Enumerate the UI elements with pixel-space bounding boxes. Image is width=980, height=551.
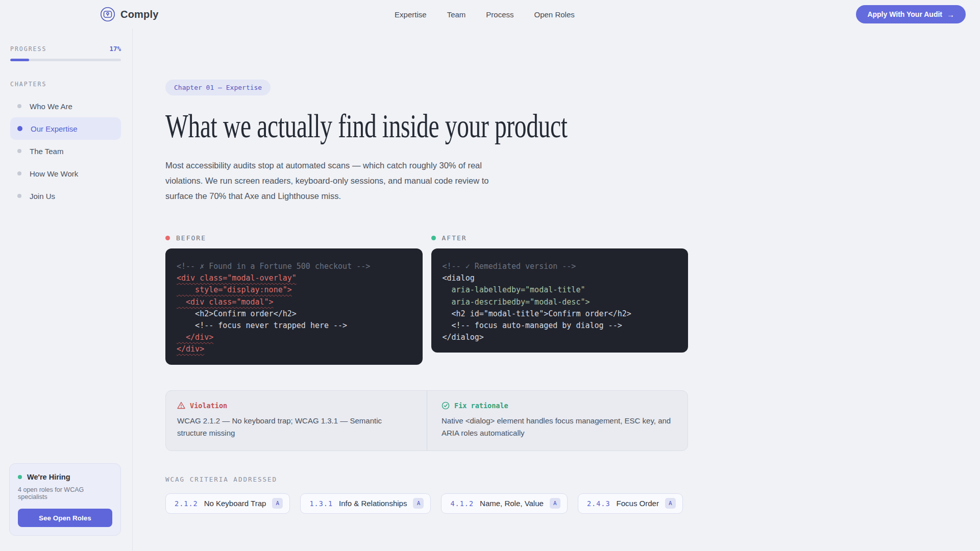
progress-bar-fill [10,59,29,61]
top-header: Comply Expertise Team Process Open Roles… [0,0,980,29]
warning-triangle-icon [177,402,185,409]
code-line: <h2>Confirm order</h2> [177,308,411,320]
criterion-name: Focus Order [617,499,659,508]
sidebar-item-the-team[interactable]: The Team [10,140,121,162]
main-content: Chapter 01 — Expertise What we actually … [133,29,980,551]
level-badge: A [272,498,283,509]
code-line: aria-labelledby="modal-title" [443,284,677,296]
chapter-label: Join Us [30,192,55,201]
apply-with-audit-button[interactable]: Apply With Your Audit → [856,5,966,23]
violation-body: WCAG 2.1.2 — No keyboard trap; WCAG 1.3.… [177,415,412,439]
before-label: BEFORE [176,234,206,242]
after-column: AFTER <!-- ✓ Remediated version --> <dia… [431,234,689,365]
code-line: <h2 id="modal-title">Confirm order</h2> [443,308,677,320]
chapters-label: CHAPTERS [10,81,121,88]
hiring-subtitle: 4 open roles for WCAG specialists [18,486,112,500]
criterion-chip-name-role-value: 4.1.2 Name, Role, Value A [441,493,567,514]
code-line: </dialog> [443,332,677,343]
criterion-code: 4.1.2 [450,499,474,508]
code-line: <div class="modal-overlay" [177,272,411,284]
hiring-title: We're Hiring [27,473,70,481]
before-label-row: BEFORE [165,234,423,242]
chapter-label: Who We Are [30,102,72,111]
criterion-code: 2.4.3 [587,499,610,508]
nav-process[interactable]: Process [486,10,513,19]
progress-label: PROGRESS [10,45,46,53]
wcag-criteria-chips: 2.1.2 No Keyboard Trap A 1.3.1 Info & Re… [165,493,688,514]
nav-expertise[interactable]: Expertise [395,10,427,19]
code-line: <!-- focus auto-managed by dialog --> [443,320,677,332]
sidebar-item-who-we-are[interactable]: Who We Are [10,95,121,117]
progress-bar [10,59,121,61]
intro-paragraph: Most accessibility audits stop at automa… [165,158,502,204]
chapter-dot-icon [17,171,21,176]
criterion-code: 1.3.1 [309,499,333,508]
code-line: <!-- focus never trapped here --> [177,320,411,332]
fix-rationale-body: Native <dialog> element handles focus ma… [442,415,675,439]
level-badge: A [413,498,424,509]
criterion-chip-focus-order: 2.4.3 Focus Order A [578,493,683,514]
violation-title: Violation [190,402,227,410]
before-code-block: <!-- ✗ Found in a Fortune 500 checkout -… [165,248,423,365]
criterion-code: 2.1.2 [175,499,198,508]
sidebar-item-how-we-work[interactable]: How We Work [10,162,121,185]
criterion-name: Info & Relationships [339,499,407,508]
code-line: aria-describedby="modal-desc"> [443,296,677,308]
level-badge: A [550,498,560,509]
criterion-chip-info-relationships: 1.3.1 Info & Relationships A [300,493,431,514]
after-label-row: AFTER [431,234,689,242]
chapter-list: Who We Are Our Expertise The Team How We… [10,95,121,207]
after-code-block: <!-- ✓ Remediated version --> <dialog ar… [431,248,689,353]
after-label: AFTER [442,234,467,242]
sidebar-item-our-expertise[interactable]: Our Expertise [10,117,121,140]
chapter-label: The Team [30,147,63,156]
violation-panel: Violation WCAG 2.1.2 — No keyboard trap;… [166,391,427,450]
code-line: <!-- ✗ Found in a Fortune 500 checkout -… [177,261,411,272]
before-dot-icon [165,236,170,240]
criteria-section-label: WCAG CRITERIA ADDRESSED [165,475,688,483]
brand-name: Comply [120,9,159,20]
arrow-right-icon: → [947,10,954,19]
nav-team[interactable]: Team [447,10,466,19]
violation-fix-card: Violation WCAG 2.1.2 — No keyboard trap;… [165,390,688,451]
chapter-label: Our Expertise [31,124,78,133]
code-line: <div class="modal"> [177,296,411,308]
code-line: </div> [177,343,411,355]
sidebar: PROGRESS 17% CHAPTERS Who We Are Our Exp… [0,29,133,551]
page-title: What we actually find inside your produc… [165,107,542,145]
criterion-chip-no-keyboard-trap: 2.1.2 No Keyboard Trap A [165,493,290,514]
before-after-comparison: BEFORE <!-- ✗ Found in a Fortune 500 che… [165,234,688,365]
progress-value: 17% [109,45,121,53]
sidebar-item-join-us[interactable]: Join Us [10,185,121,207]
nav-open-roles[interactable]: Open Roles [534,10,575,19]
see-open-roles-button[interactable]: See Open Roles [18,509,112,527]
comply-logo-icon [100,7,115,22]
code-line: style="display:none"> [177,284,411,296]
chapter-dot-icon [17,126,22,131]
criterion-name: Name, Role, Value [480,499,544,508]
main-nav: Expertise Team Process Open Roles [395,10,575,19]
brand-logo[interactable]: Comply [100,7,159,22]
chapter-dot-icon [17,194,21,198]
chapter-dot-icon [17,149,21,153]
progress-section: PROGRESS 17% [10,45,121,53]
hiring-status-dot-icon [18,475,22,479]
criterion-name: No Keyboard Trap [204,499,266,508]
chapter-badge: Chapter 01 — Expertise [165,80,271,95]
chapter-dot-icon [17,104,21,108]
code-line: <dialog [443,272,677,284]
after-dot-icon [431,236,436,240]
code-line: </div> [177,332,411,343]
code-line: <!-- ✓ Remediated version --> [443,261,677,272]
fix-rationale-panel: Fix rationale Native <dialog> element ha… [427,391,688,450]
level-badge: A [665,498,676,509]
fix-rationale-title: Fix rationale [454,402,508,410]
before-column: BEFORE <!-- ✗ Found in a Fortune 500 che… [165,234,423,365]
hiring-card: We're Hiring 4 open roles for WCAG speci… [9,463,121,536]
check-circle-icon [442,402,450,410]
chapter-label: How We Work [30,169,78,178]
